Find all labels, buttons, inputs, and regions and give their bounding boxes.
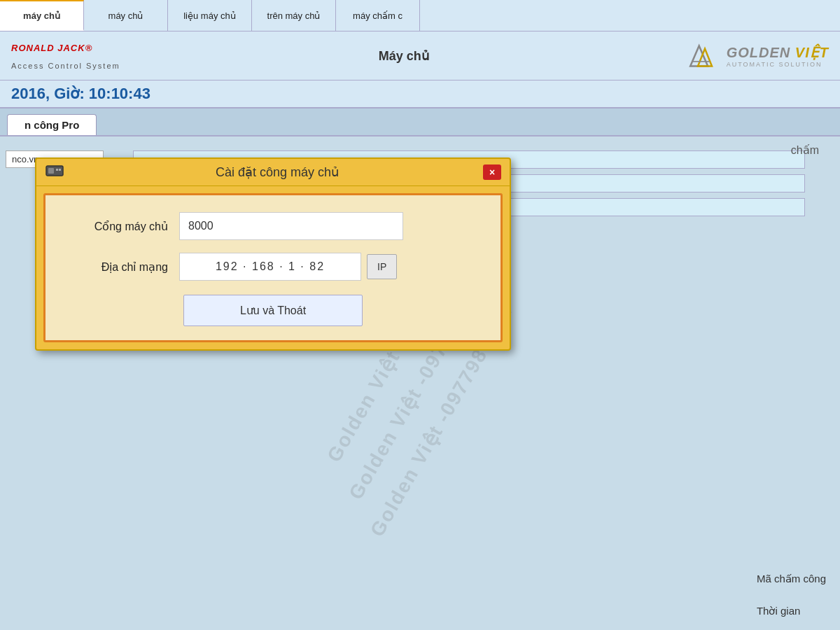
port-form-group: Cổng máy chủ: [66, 212, 479, 240]
topbar-item-1[interactable]: máy chủ: [84, 0, 168, 31]
main-content: Golden Việt -0977987191 Golden Việt -097…: [0, 136, 840, 630]
brand-subtitle: Access Control System: [11, 62, 120, 70]
port-input[interactable]: [179, 212, 403, 240]
header-center-text: Máy chủ: [379, 48, 429, 64]
golden-viet-logo: GOLDEN VIỆT AUTOMATIC SOLUTION: [687, 42, 829, 70]
golden-viet-icon: [687, 42, 722, 70]
topbar-item-0[interactable]: máy chủ: [0, 0, 84, 31]
dialog-server-icon: [45, 164, 64, 180]
tab-bar: n công Pro: [0, 108, 840, 136]
topbar-item-4[interactable]: máy chấm c: [336, 0, 420, 31]
svg-rect-4: [48, 168, 54, 174]
header: RONALD JACK® Access Control System Máy c…: [0, 31, 840, 80]
topbar-item-2[interactable]: liệu máy chủ: [168, 0, 252, 31]
ip-input-display[interactable]: 192 · 168 · 1 · 82: [179, 253, 361, 281]
tab-cong-pro[interactable]: n công Pro: [7, 114, 97, 135]
golden-viet-text: GOLDEN VIỆT AUTOMATIC SOLUTION: [727, 44, 829, 68]
brand-logo: RONALD JACK® Access Control System: [11, 42, 120, 70]
dialog-overlay: Cài đặt công máy chủ × Cổng máy chủ Địa …: [0, 136, 840, 630]
golden-viet-subtitle: AUTOMATIC SOLUTION: [727, 61, 822, 68]
save-button[interactable]: Lưu và Thoát: [183, 295, 363, 326]
port-label: Cổng máy chủ: [66, 220, 168, 233]
save-button-row: Lưu và Thoát: [66, 295, 479, 326]
topbar-item-3[interactable]: trên máy chủ: [252, 0, 336, 31]
ip-label: Địa chỉ mạng: [66, 260, 168, 274]
datetime-bar: 2016, Giờ: 10:10:43: [0, 80, 840, 108]
ip-form-group: Địa chỉ mạng 192 · 168 · 1 · 82 IP: [66, 253, 479, 281]
dialog-titlebar: Cài đặt công máy chủ ×: [36, 159, 510, 186]
dialog-close-button[interactable]: ×: [483, 164, 501, 180]
dialog-title: Cài đặt công máy chủ: [71, 164, 483, 180]
brand-name: RONALD JACK®: [11, 42, 120, 62]
dialog-cai-dat: Cài đặt công máy chủ × Cổng máy chủ Địa …: [35, 158, 511, 351]
dialog-body: Cổng máy chủ Địa chỉ mạng 192 · 168 · 1 …: [43, 193, 503, 342]
ip-button[interactable]: IP: [367, 254, 397, 279]
svg-rect-5: [56, 169, 58, 171]
top-navbar: máy chủ máy chủ liệu máy chủ trên máy ch…: [0, 0, 840, 31]
ip-row: 192 · 168 · 1 · 82 IP: [179, 253, 397, 281]
svg-rect-6: [59, 169, 61, 171]
